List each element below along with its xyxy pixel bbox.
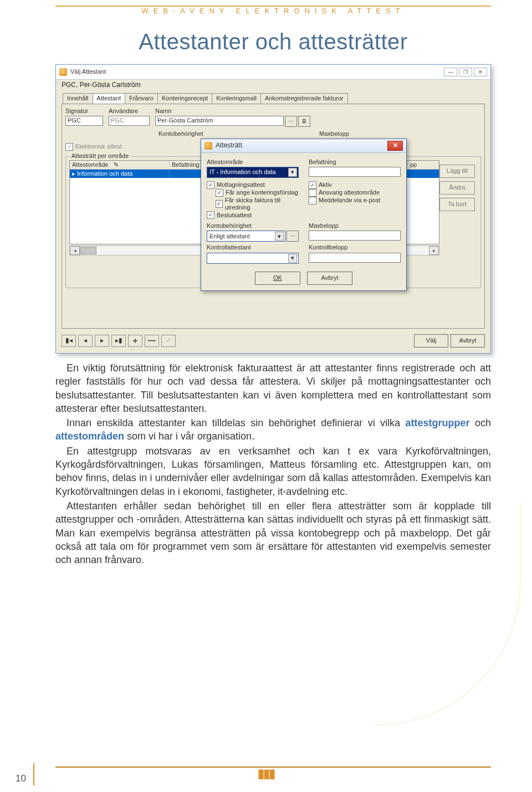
dialog-close-button[interactable]: ✕ [387,141,403,151]
tab-innehall[interactable]: Innehåll [63,93,93,103]
paragraph-3: En attestgrupp motsvaras av en verksamhe… [55,444,491,498]
select-attestant-window: Välj Attestant — ❐ ✕ PGC, Per-Gösta Carl… [55,64,491,354]
edit-button[interactable]: Ändra [439,181,475,195]
paragraph-1: En viktig förutsättning för elektronisk … [55,361,491,415]
dlg-maxbelopp-label: Maxbelopp [309,222,401,229]
dlg-ansvarig-label: Ansvarig attestområde [319,189,380,196]
dialog-titlebar[interactable]: Attesträtt ✕ [201,139,406,153]
restore-button[interactable]: ❐ [459,68,472,76]
dlg-far-ange-label: Får ange konteringsförslag [226,189,298,196]
section-title: Attestanter och attesträtter [55,29,491,54]
col-edit-icon: ✎ [114,161,119,168]
signatur-label: Signatur [65,108,103,115]
tabstrip: Innehåll Attestant Frånvaro Konteringsre… [56,93,490,103]
elektronisk-attest-label: Elektronisk attest [75,143,122,150]
dlg-kontobehorighet-combo[interactable]: Enligt attestant ▾ [207,231,285,242]
row-marker-icon: ▸ [72,170,75,177]
cancel-button[interactable]: Avbryt [451,334,485,348]
dlg-aktiv-checkbox[interactable]: ✓Aktiv [309,181,401,189]
kontobehorighet-label: Kontobehörighet [158,130,314,137]
running-header: WEB-AVENY ELEKTRONISK ATTEST [55,6,491,29]
current-user-label: PGC, Per-Gösta Carlström [56,80,490,90]
anvandare-input[interactable]: PGC [109,116,150,126]
dlg-kontobehorighet-value: Enligt attestant [209,233,250,240]
dlg-far-skicka-checkbox[interactable]: ✓Får skicka faktura till utredning [216,197,299,211]
highlight-attestgrupper: attestgrupper [406,417,470,428]
namn-browse-button[interactable]: ··· [285,116,297,127]
highlight-attestomraden: attestområden [55,431,124,442]
add-button[interactable]: Lägg till [439,165,475,178]
nav-confirm-button[interactable]: ✓ [161,335,176,347]
tab-ankomstregistrerade[interactable]: Ankomstregistrerade fakturor [260,93,348,103]
group-title: Attesträtt per område [69,152,131,160]
namn-label: Namn [155,108,310,115]
dlg-meddelande-checkbox[interactable]: Meddelande via e-post [309,197,401,205]
dlg-meddelande-label: Meddelande via e-post [319,197,380,204]
dlg-maxbelopp-input[interactable] [309,231,401,241]
row-attestomrade: Information och data [77,170,132,177]
dlg-ansvarig-checkbox[interactable]: Ansvarig attestområde [309,189,401,197]
dialog-ok-button[interactable]: OK [255,272,300,285]
chevron-down-icon: ▾ [275,232,284,241]
signatur-input[interactable]: PGC [65,116,103,126]
dlg-attestomrade-combo[interactable]: IT - Information och data ▾ [207,167,299,178]
delete-button[interactable]: Ta bort [439,198,475,211]
close-button[interactable]: ✕ [474,68,487,76]
footer-logo-icon: ▮▮▮ [258,767,274,781]
dlg-kontrollbelopp-label: Kontrollbelopp [309,244,401,251]
dlg-attestomrade-label: Attestområde [207,159,299,166]
anvandare-label: Användare [109,108,150,115]
window-title: Välj Attestant [70,68,106,75]
nav-last-button[interactable]: ▸▮ [111,335,126,347]
dlg-far-ange-checkbox[interactable]: ✓Får ange konteringsförslag [216,189,299,197]
app-icon [59,68,67,76]
dialog-title: Attesträtt [216,141,242,149]
dlg-kontrollattestant-combo[interactable]: ▾ [207,253,299,264]
namn-copy-button[interactable]: 🗎 [298,116,310,127]
dlg-befattning-input[interactable] [309,167,401,177]
tab-konteringsrecept[interactable]: Konteringsrecept [157,93,212,103]
dlg-beslut-label: Beslutsattest [217,212,252,219]
chevron-down-icon: ▾ [288,254,297,263]
nav-next-button[interactable]: ▸ [95,335,109,347]
paragraph-2: Innan enskilda attestanter kan tilldelas… [55,416,491,443]
tab-attestant[interactable]: Attestant [93,93,125,103]
dialog-app-icon [204,142,212,150]
col-attestomrade: Attestområde [72,161,108,168]
dlg-kontrollbelopp-input[interactable] [309,253,401,263]
select-button[interactable]: Välj [414,334,448,348]
dlg-mottagningsattest-checkbox[interactable]: ✓Mottagningsattest [207,181,299,189]
dlg-kontobehorighet-label: Kontobehörighet [207,222,299,229]
titlebar[interactable]: Välj Attestant — ❐ ✕ [56,65,490,80]
dlg-kontobehorighet-browse[interactable]: ··· [287,231,299,242]
tab-konteringsmall[interactable]: Konteringsmall [212,93,261,103]
dlg-aktiv-label: Aktiv [319,181,332,188]
scroll-left-icon[interactable]: ◂ [70,246,80,255]
dlg-attestomrade-value: IT - Information och data [209,168,276,176]
paragraph-4: Attestanten erhåller sedan behörighet ti… [55,499,491,566]
nav-remove-button[interactable]: — [145,335,159,347]
tab-franvaro[interactable]: Frånvaro [125,93,158,103]
dlg-kontrollattestant-label: Kontrollattestant [207,244,299,251]
maxbelopp-label: Maxbelopp [319,130,402,137]
attestratt-dialog: Attesträtt ✕ Attestområde IT - Informati… [201,139,407,291]
dlg-befattning-label: Befattning [309,159,401,166]
dlg-mottag-label: Mottagningsattest [217,181,265,188]
dialog-cancel-button[interactable]: Avbryt [307,272,352,285]
chevron-down-icon: ▾ [288,168,297,177]
nav-first-button[interactable]: ▮◂ [62,335,76,347]
tab-body: Signatur PGC Användare PGC Namn Per-Göst… [62,104,485,329]
nav-add-button[interactable]: ＋ [128,335,142,347]
page-number: 10 [16,773,26,784]
nav-prev-button[interactable]: ◂ [78,335,93,347]
minimize-button[interactable]: — [444,68,457,76]
body-text: En viktig förutsättning för elektronisk … [55,361,491,566]
col-pp: pp [408,161,439,169]
scroll-thumb[interactable] [80,247,96,254]
namn-input[interactable]: Per-Gösta Carlström [155,116,284,126]
page-number-rule [33,763,34,785]
dlg-far-skicka-label: Får skicka faktura till utredning [225,197,299,211]
dlg-beslutsattest-checkbox[interactable]: ✓Beslutsattest [207,211,299,219]
scroll-right-icon[interactable]: ▸ [429,246,439,255]
